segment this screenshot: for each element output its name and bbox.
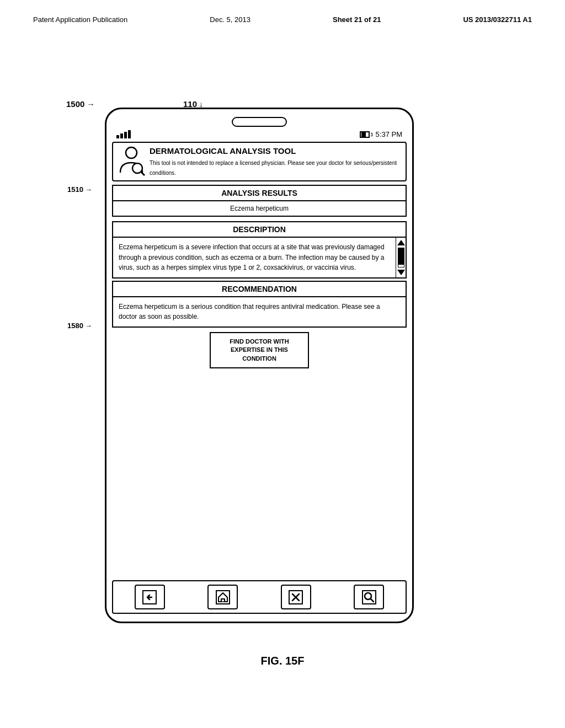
scroll-track[interactable]: [398, 248, 404, 267]
home-icon: [215, 590, 231, 605]
description-header: DESCRIPTION: [112, 221, 407, 238]
description-section: DESCRIPTION Eczema herpeticum is a sever…: [112, 221, 407, 281]
back-icon: [142, 590, 157, 605]
signal-bars: [116, 130, 131, 138]
patent-date: Dec. 5, 2013: [210, 15, 250, 24]
patent-number: US 2013/0322711 A1: [463, 15, 532, 24]
battery-icon: [360, 131, 372, 138]
battery-box: [360, 131, 370, 138]
search-icon: [361, 590, 377, 605]
battery-tip: [371, 133, 372, 136]
recommendation-header: RECOMMENDATION: [112, 281, 407, 297]
signal-bar-4: [128, 130, 131, 138]
find-doctor-button[interactable]: FIND DOCTOR WITH EXPERTISE IN THIS CONDI…: [210, 332, 309, 368]
svg-line-2: [141, 172, 145, 175]
svg-point-0: [126, 147, 137, 158]
analysis-header: ANALYSIS RESULTS: [112, 185, 407, 201]
figure-caption: FIG. 15F: [33, 655, 532, 667]
status-right: 5:37 PM: [360, 130, 402, 138]
patent-title: Patent Application Publication: [33, 15, 127, 24]
app-title: DERMATOLOGICAL ANALYSIS TOOL: [150, 146, 401, 156]
app-header-text: DERMATOLOGICAL ANALYSIS TOOL This tool i…: [150, 146, 401, 177]
label-1510: 1510: [67, 185, 83, 194]
back-button[interactable]: [135, 585, 165, 609]
label-1580: 1580: [67, 322, 83, 330]
scrollbar[interactable]: [396, 238, 406, 277]
signal-bar-1: [116, 135, 119, 138]
app-content: DERMATOLOGICAL ANALYSIS TOOL This tool i…: [112, 142, 407, 578]
patent-header: Patent Application Publication Dec. 5, 2…: [33, 15, 532, 24]
label-1500-group: 1500 →: [66, 99, 94, 109]
signal-bar-2: [120, 133, 123, 138]
analysis-result: Eczema herpeticum: [112, 201, 407, 217]
scroll-down-arrow[interactable]: [397, 270, 405, 275]
label-1510-group: 1510 →: [67, 185, 92, 194]
signal-bar-3: [124, 132, 127, 138]
app-icon: [118, 146, 145, 174]
description-wrapper: Eczema herpeticum is a severe infection …: [112, 238, 407, 279]
figure-area: 1500 → 110 ↓ 1510 → 1580 →: [33, 55, 532, 684]
recommendation-text: Eczema herpeticum is a serious condition…: [112, 297, 407, 328]
home-button[interactable]: [207, 585, 238, 609]
label-1580-group: 1580 →: [67, 322, 92, 330]
close-icon: [288, 590, 303, 605]
arrow-1500: →: [87, 100, 94, 109]
search-button[interactable]: [354, 585, 384, 609]
app-header: DERMATOLOGICAL ANALYSIS TOOL This tool i…: [112, 142, 407, 181]
svg-line-11: [371, 599, 374, 602]
close-button[interactable]: [281, 585, 311, 609]
recommendation-section: RECOMMENDATION Eczema herpeticum is a se…: [112, 281, 407, 332]
svg-point-1: [132, 163, 142, 173]
scroll-thumb[interactable]: [398, 248, 404, 265]
status-bar: 5:37 PM: [106, 127, 412, 142]
dermatology-icon: [118, 146, 145, 176]
patent-sheet: Sheet 21 of 21: [333, 15, 381, 24]
tablet-device: 5:37 PM: [105, 108, 414, 623]
analysis-section: ANALYSIS RESULTS Eczema herpeticum: [112, 185, 407, 219]
tablet-speaker: [232, 117, 287, 127]
battery-fill: [361, 132, 366, 137]
description-text: Eczema herpeticum is a severe infection …: [113, 238, 396, 277]
scroll-up-arrow[interactable]: [397, 240, 405, 245]
app-subtitle: This tool is not intended to replace a l…: [150, 160, 397, 176]
label-1500: 1500: [66, 99, 84, 109]
status-time: 5:37 PM: [376, 130, 402, 138]
nav-bar: [112, 580, 407, 614]
